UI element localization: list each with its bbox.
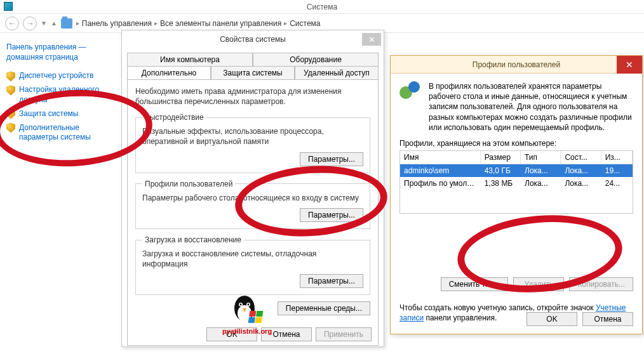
cell-changed: 19... — [601, 164, 633, 177]
sidebar-link-label: Настройка удаленного доступа — [19, 85, 121, 105]
performance-settings-button[interactable]: Параметры... — [300, 152, 363, 166]
table-row[interactable]: adminko\sem 43,0 ГБ Лока... Лока... 19..… — [400, 164, 633, 177]
sidebar-link-label: Диспетчер устройств — [19, 71, 93, 81]
tab-system-protection[interactable]: Защита системы — [211, 66, 295, 80]
tab-remote[interactable]: Удаленный доступ — [295, 66, 379, 80]
performance-text: Визуальные эффекты, использование процес… — [142, 127, 363, 147]
shield-icon — [6, 71, 15, 81]
watermark-text: pyatilistnik.org — [212, 327, 282, 335]
svg-rect-10 — [255, 317, 262, 323]
sidebar-link-label: Дополнительные параметры системы — [19, 123, 121, 143]
watermark-logo: pyatilistnik.org — [212, 294, 282, 335]
svg-rect-9 — [248, 317, 255, 323]
tab-computer-name[interactable]: Имя компьютера — [127, 53, 253, 66]
cell-changed: 24... — [601, 177, 633, 190]
environment-variables-button[interactable]: Переменные среды... — [278, 301, 370, 315]
tab-hardware[interactable]: Оборудование — [253, 53, 379, 66]
performance-legend: Быстродействие — [142, 113, 206, 122]
cell-type: Лока... — [521, 164, 561, 177]
control-panel-home-link[interactable]: Панель управления — домашняя страница — [6, 42, 121, 62]
crumb-1[interactable]: Панель управления — [82, 19, 152, 28]
change-type-button[interactable]: Сменить тип... — [441, 277, 509, 291]
users-icon — [399, 81, 422, 104]
svg-rect-7 — [249, 311, 256, 317]
chevron-right-icon: ▸ — [154, 20, 158, 27]
cell-name: adminko\sem — [400, 164, 481, 177]
shield-icon — [6, 85, 15, 95]
col-size[interactable]: Размер — [481, 151, 521, 164]
window-title: Система — [307, 3, 337, 11]
cell-state: Лока... — [561, 177, 601, 190]
cell-type: Лока... — [521, 177, 561, 190]
shield-icon — [6, 109, 15, 119]
user-profiles-legend: Профили пользователей — [142, 180, 235, 188]
chevron-right-icon: ▸ — [76, 20, 79, 27]
col-type[interactable]: Тип — [521, 151, 561, 164]
back-button[interactable]: ← — [5, 16, 19, 30]
up-icon[interactable]: ▲ — [51, 20, 57, 27]
profiles-table[interactable]: Имя Размер Тип Сост... Из... adminko\sem… — [399, 150, 633, 214]
table-header: Имя Размер Тип Сост... Из... — [400, 151, 633, 164]
app-icon — [4, 2, 13, 11]
dialog-title: Профили пользователей — [473, 60, 560, 69]
close-button[interactable]: ✕ — [362, 33, 381, 46]
cancel-button[interactable]: Отмена — [582, 312, 633, 326]
col-name[interactable]: Имя — [400, 151, 481, 164]
col-state[interactable]: Сост... — [561, 151, 601, 164]
chevron-right-icon: ▸ — [284, 20, 287, 27]
window-titlebar: Система — [0, 0, 644, 14]
intro-text: В профилях пользователей хранятся параме… — [429, 81, 633, 133]
sidebar-link-device-manager[interactable]: Диспетчер устройств — [6, 71, 121, 81]
cell-size: 43,0 ГБ — [481, 164, 521, 177]
admin-note: Необходимо иметь права администратора дл… — [135, 86, 370, 107]
user-profiles-text: Параметры рабочего стола, относящиеся ко… — [142, 194, 363, 204]
tab-advanced[interactable]: Дополнительно — [127, 66, 211, 80]
table-row[interactable]: Профиль по умолчанию 1,38 МБ Лока... Лок… — [400, 177, 633, 190]
apply-button[interactable]: Применить — [316, 327, 372, 341]
sidebar: Панель управления — домашняя страница Ди… — [0, 33, 127, 361]
crumb-2[interactable]: Все элементы панели управления — [160, 19, 281, 28]
dialog-titlebar: Свойства системы ✕ — [122, 30, 384, 48]
user-profiles-group: Профили пользователей Параметры рабочего… — [135, 180, 370, 230]
cell-state: Лока... — [561, 164, 601, 177]
cell-name: Профиль по умолчанию — [400, 177, 481, 190]
note-pre: Чтобы создать новую учетную запись, откр… — [399, 303, 596, 312]
svg-point-4 — [240, 304, 242, 306]
sidebar-link-system-protection[interactable]: Защита системы — [6, 109, 121, 119]
user-profiles-dialog: Профили пользователей ✕ В профилях польз… — [390, 55, 643, 334]
crumb-3[interactable]: Система — [290, 19, 320, 28]
sidebar-link-label: Защита системы — [19, 109, 78, 119]
note-post: панели управления. — [424, 313, 497, 322]
sidebar-link-advanced-settings[interactable]: Дополнительные параметры системы — [6, 123, 121, 143]
shield-icon — [6, 123, 15, 133]
stored-profiles-label: Профили, хранящиеся на этом компьютере: — [399, 139, 633, 148]
user-profiles-settings-button[interactable]: Параметры... — [300, 208, 363, 222]
close-button[interactable]: ✕ — [617, 56, 642, 74]
startup-recovery-text: Загрузка и восстановление системы, отлад… — [142, 249, 363, 269]
delete-button[interactable]: Удалить — [513, 277, 564, 291]
startup-recovery-legend: Загрузка и восстановление — [142, 235, 244, 244]
col-changed[interactable]: Из... — [601, 151, 633, 164]
folder-icon — [61, 18, 72, 29]
sidebar-link-remote-settings[interactable]: Настройка удаленного доступа — [6, 85, 121, 105]
dialog-titlebar: Профили пользователей ✕ — [391, 56, 642, 74]
performance-group: Быстродействие Визуальные эффекты, испол… — [135, 113, 370, 173]
ok-button[interactable]: OK — [527, 312, 577, 326]
history-dropdown-icon[interactable]: ▼ — [41, 20, 47, 27]
cell-size: 1,38 МБ — [481, 177, 521, 190]
startup-recovery-group: Загрузка и восстановление Загрузка и вос… — [135, 235, 370, 295]
startup-recovery-settings-button[interactable]: Параметры... — [300, 274, 363, 288]
dialog-title: Свойства системы — [220, 35, 286, 44]
breadcrumb[interactable]: ▸ Панель управления ▸ Все элементы панел… — [76, 19, 321, 28]
svg-rect-8 — [256, 311, 263, 317]
forward-button[interactable]: → — [23, 16, 37, 30]
copy-button[interactable]: Копировать... — [569, 277, 633, 291]
svg-point-5 — [248, 304, 250, 306]
